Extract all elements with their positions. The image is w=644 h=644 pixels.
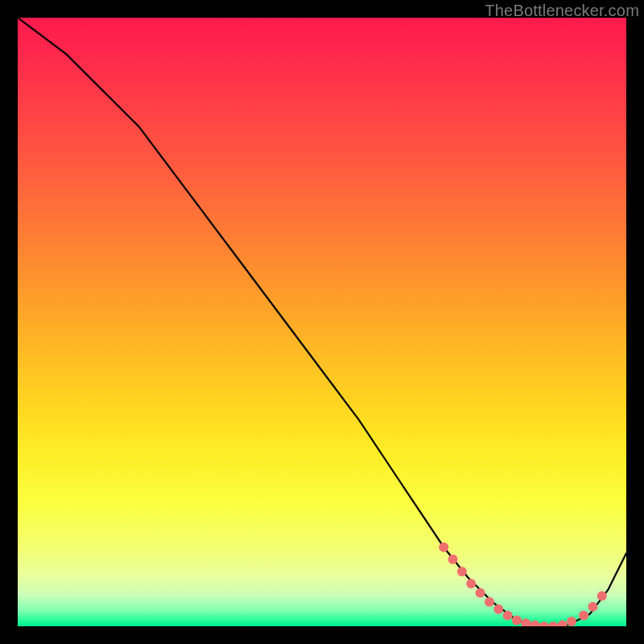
chart-frame: TheBottlenecker.com <box>0 0 644 644</box>
watermark-text: TheBottlenecker.com <box>485 2 639 20</box>
gradient-plot-area <box>18 18 626 626</box>
